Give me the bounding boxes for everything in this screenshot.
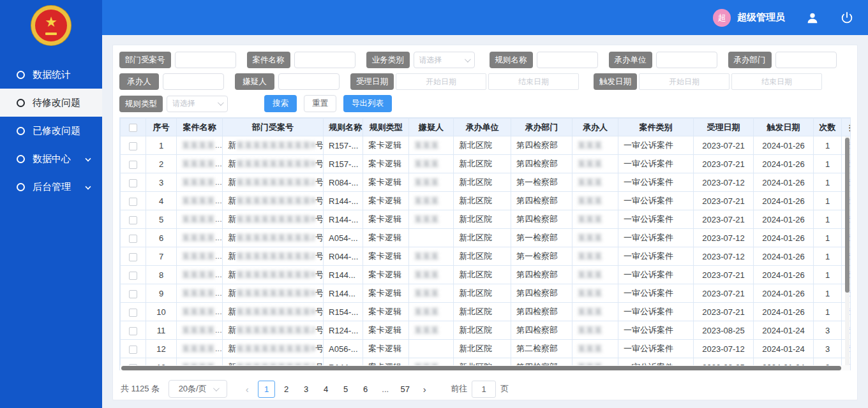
- user-icon[interactable]: [805, 11, 819, 25]
- page-size-value: 20条/页: [179, 383, 207, 395]
- case-no-prefix: 新: [228, 159, 236, 168]
- reset-button[interactable]: 重置: [304, 95, 336, 112]
- row-checkbox[interactable]: [129, 142, 137, 150]
- horizontal-scrollbar-thumb[interactable]: [121, 366, 841, 370]
- table-row: 8 某某某某... 新某某某某某某某某某9号 R144... 案卡逻辑 某某某 …: [121, 266, 851, 284]
- row-checkbox[interactable]: [129, 198, 137, 206]
- cell-case-name: 某某某某...: [177, 266, 223, 284]
- page-number[interactable]: 1: [258, 381, 275, 398]
- redacted-case-name: 某某某某: [182, 288, 215, 298]
- sidebar-item[interactable]: 已修改问题: [0, 117, 102, 145]
- sidebar-item[interactable]: 数据中心: [0, 145, 102, 173]
- redacted-handler: 某某某: [578, 325, 602, 335]
- sidebar-item[interactable]: 待修改问题: [0, 89, 102, 117]
- power-logout-icon[interactable]: [840, 11, 854, 25]
- page-number[interactable]: 6: [357, 381, 374, 398]
- page-number[interactable]: 4: [317, 381, 334, 398]
- row-checkbox[interactable]: [129, 309, 137, 317]
- table-row: 12 某某某某... 新某某某某某某某某某9号 A056-... 案卡逻辑 新北…: [121, 340, 851, 358]
- cell-category: 一审公诉案件: [618, 155, 694, 173]
- row-checkbox[interactable]: [129, 161, 137, 169]
- cell-dept-case-no: 新某某某某某某某某某2号: [223, 247, 324, 266]
- column-header-13: 次数: [814, 119, 842, 136]
- redacted-suspect: 某某某: [414, 214, 439, 224]
- row-checkbox[interactable]: [129, 216, 137, 224]
- cell-category: 一审公诉案件: [618, 340, 694, 358]
- horizontal-scrollbar[interactable]: [120, 365, 850, 370]
- filter-row-1: 部门受案号 案件名称 业务类别 请选择 规则名称 承办单位 承办部门: [119, 52, 851, 68]
- cell-dept: 第一检察部: [511, 173, 572, 192]
- page-number[interactable]: 57: [396, 381, 414, 398]
- redacted-suspect: 某某某: [414, 140, 439, 150]
- cell-count: 1: [814, 136, 842, 155]
- cell-dept: 第一检察部: [511, 247, 572, 266]
- rule-type-select[interactable]: 请选择: [167, 96, 228, 112]
- sidebar-item-label: 已修改问题: [33, 125, 80, 137]
- row-checkbox[interactable]: [129, 179, 137, 187]
- cell-category: 一审公诉案件: [618, 321, 694, 340]
- row-checkbox[interactable]: [129, 327, 137, 335]
- page-number[interactable]: 3: [297, 381, 315, 398]
- trigger-date-end-input[interactable]: [731, 73, 822, 90]
- page-size-select[interactable]: 20条/页: [168, 380, 227, 398]
- page-number[interactable]: 2: [278, 381, 295, 398]
- dept-case-no-input[interactable]: [175, 52, 236, 68]
- cell-rule-name: R044-...: [324, 247, 363, 266]
- accept-date-start-input[interactable]: [396, 73, 486, 90]
- cell-rule-type: 案卡逻辑: [363, 155, 409, 173]
- case-no-suffix: 号: [315, 344, 323, 353]
- cell-trigger-date: 2024-01-26: [754, 210, 814, 229]
- page-number[interactable]: 5: [337, 381, 354, 398]
- prev-page-button[interactable]: ‹: [239, 384, 255, 395]
- search-button[interactable]: 搜索: [264, 95, 297, 112]
- cell-category: 一审公诉案件: [618, 229, 694, 247]
- handler-input[interactable]: [163, 73, 224, 90]
- goto-page-input[interactable]: [472, 381, 496, 398]
- accept-date-end-input[interactable]: [488, 73, 579, 90]
- trigger-date-start-input[interactable]: [639, 73, 730, 90]
- sidebar-item[interactable]: 后台管理: [0, 173, 102, 201]
- cell-unit: 新北区院: [454, 136, 511, 155]
- case-no-prefix: 新: [228, 140, 236, 150]
- next-page-button[interactable]: ›: [416, 384, 433, 395]
- sidebar-item[interactable]: 数据统计: [0, 61, 102, 89]
- redacted-handler: 某某某: [578, 233, 602, 242]
- suspect-input[interactable]: [278, 73, 340, 90]
- avatar[interactable]: 超: [713, 9, 731, 27]
- table-row: 9 某某某某... 新某某某某某某某某某9号 R144... 案卡逻辑 某某某 …: [121, 284, 851, 303]
- chevron-down-icon: [218, 99, 224, 106]
- rule-name-input[interactable]: [537, 52, 598, 68]
- business-type-select[interactable]: 请选择: [414, 52, 475, 68]
- cell-case-name: 某某某某...: [177, 284, 223, 303]
- row-checkbox[interactable]: [129, 235, 137, 243]
- cell-handler: 某某某: [572, 136, 618, 155]
- cell-dept-case-no: 新某某某某某某某某某9号: [223, 266, 324, 284]
- vertical-scrollbar[interactable]: [845, 136, 849, 366]
- row-checkbox[interactable]: [129, 253, 137, 261]
- select-all-checkbox[interactable]: [129, 124, 137, 132]
- cell-case-name: 某某某某...: [177, 210, 223, 229]
- handling-unit-input[interactable]: [656, 52, 717, 68]
- cell-dept: 第四检察部: [511, 210, 572, 229]
- cell-count: 3: [814, 340, 842, 358]
- cell-rule-type: 案卡逻辑: [363, 210, 409, 229]
- case-name-input[interactable]: [294, 52, 355, 68]
- cell-no: 10: [146, 303, 177, 321]
- export-list-button[interactable]: 导出列表: [343, 95, 392, 112]
- cell-unit: 新北区院: [454, 229, 511, 247]
- case-no-prefix: 新: [228, 344, 236, 353]
- redacted-case-name: 某某某某: [182, 177, 215, 187]
- case-no-suffix: 号: [315, 177, 323, 187]
- vertical-scrollbar-thumb[interactable]: [845, 138, 849, 293]
- cell-category: 一审公诉案件: [618, 284, 694, 303]
- table-row: 6 某某某某... 新某某某某某某某某某2号 A054-... 案卡逻辑 新北区…: [121, 229, 851, 247]
- handling-dept-input[interactable]: [775, 52, 837, 68]
- cell-suspect: 某某某: [409, 247, 454, 266]
- row-checkbox[interactable]: [129, 290, 137, 298]
- cell-rule-name: R157-...: [324, 136, 363, 155]
- row-checkbox[interactable]: [129, 346, 137, 354]
- case-no-suffix: 号: [315, 270, 323, 279]
- redacted-case-no: 某某某某某某某某某9: [236, 344, 315, 353]
- row-checkbox[interactable]: [129, 272, 137, 280]
- cell-suspect: 某某某: [409, 303, 454, 321]
